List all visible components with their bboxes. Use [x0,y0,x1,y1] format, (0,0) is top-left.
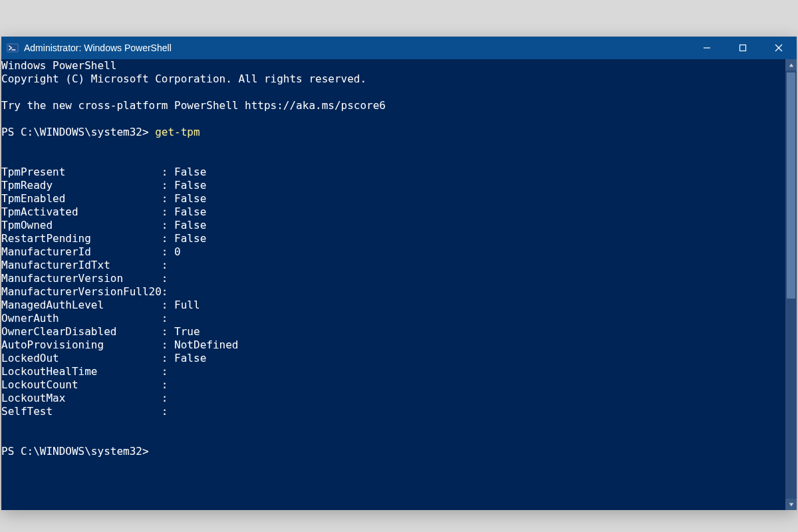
output-key: LockedOut [1,352,162,365]
output-key: ManufacturerVersion [1,272,162,285]
terminal-output-row: TpmPresent : False [1,166,781,179]
output-key: RestartPending [1,232,162,245]
terminal-output-row: ManufacturerVersionFull20: [1,285,781,299]
output-sep: : [162,405,174,418]
terminal-output-row: OwnerClearDisabled : True [1,325,781,338]
svg-rect-0 [7,44,19,52]
output-sep: : [162,285,174,298]
output-key: TpmPresent [1,166,162,179]
terminal-output-row: ManufacturerIdTxt : [1,259,781,272]
terminal-output-row: TpmEnabled : False [1,192,781,205]
terminal-output-row: LockoutHealTime : [1,365,781,378]
output-key: SelfTest [1,405,162,418]
output-sep: : [162,232,174,245]
output-key: ManagedAuthLevel [1,299,162,312]
output-sep: : [162,365,174,378]
terminal-line [1,152,781,166]
terminal-output-row: AutoProvisioning : NotDefined [1,338,781,352]
output-key: TpmReady [1,179,162,192]
terminal-output-row: TpmActivated : False [1,205,781,219]
terminal-area: Windows PowerShellCopyright (C) Microsof… [1,59,797,510]
output-key: OwnerClearDisabled [1,325,162,338]
terminal-output-row: SelfTest : [1,405,781,418]
svg-marker-7 [789,503,793,506]
powershell-window: Administrator: Windows PowerShell Window… [1,37,797,510]
output-value: False [174,205,206,218]
output-value: False [174,179,206,192]
output-key: TpmActivated [1,205,162,219]
terminal-prompt-line: PS C:\WINDOWS\system32> [1,445,781,458]
terminal-line [1,432,781,445]
output-sep: : [162,378,174,391]
output-sep: : [162,179,174,192]
terminal-header-line [1,86,781,99]
output-value: False [174,232,206,245]
output-value: False [174,192,206,205]
output-key: AutoProvisioning [1,338,162,352]
output-sep: : [162,245,174,258]
output-value: False [174,219,206,231]
output-value: 0 [174,245,181,258]
output-value: True [174,325,200,338]
scroll-up-button[interactable] [785,59,797,70]
output-sep: : [162,392,174,404]
output-value: False [174,352,206,364]
output-sep: : [162,272,174,285]
terminal-line [1,418,781,432]
maximize-button[interactable] [725,37,761,59]
scroll-thumb[interactable] [787,72,795,299]
terminal-header-line: Copyright (C) Microsoft Corporation. All… [1,72,781,86]
output-key: TpmOwned [1,219,162,232]
output-sep: : [162,219,174,231]
terminal-output-row: LockoutCount : [1,378,781,392]
output-key: LockoutMax [1,392,162,405]
scrollbar[interactable] [785,59,797,510]
titlebar[interactable]: Administrator: Windows PowerShell [1,37,797,59]
output-sep: : [162,312,174,325]
terminal-header-line [1,112,781,126]
prompt-prefix: PS C:\WINDOWS\system32> [1,445,155,458]
output-value: NotDefined [174,338,238,351]
terminal-output-row: OwnerAuth : [1,312,781,325]
powershell-icon [7,42,19,54]
window-title: Administrator: Windows PowerShell [24,43,172,53]
close-button[interactable] [761,37,797,59]
output-key: OwnerAuth [1,312,162,325]
terminal-header-line: Try the new cross-platform PowerShell ht… [1,99,781,112]
minimize-button[interactable] [689,37,725,59]
terminal-output-row: ManufacturerId : 0 [1,245,781,259]
output-key: ManufacturerId [1,245,162,259]
terminal-output-row: ManagedAuthLevel : Full [1,299,781,312]
output-sep: : [162,325,174,338]
prompt-command: get-tpm [155,126,200,138]
terminal-output-row: ManufacturerVersion : [1,272,781,285]
scroll-down-button[interactable] [785,499,797,510]
terminal-output-row: LockedOut : False [1,352,781,365]
output-sep: : [162,192,174,205]
output-sep: : [162,338,174,351]
terminal-line [1,139,781,152]
output-sep: : [162,166,174,178]
output-sep: : [162,259,174,271]
output-key: ManufacturerVersionFull20 [1,285,162,299]
prompt-prefix: PS C:\WINDOWS\system32> [1,126,155,138]
output-sep: : [162,299,174,311]
output-key: LockoutCount [1,378,162,392]
terminal[interactable]: Windows PowerShellCopyright (C) Microsof… [1,59,785,510]
terminal-header-line: Windows PowerShell [1,59,781,72]
terminal-output-row: TpmReady : False [1,179,781,192]
svg-marker-6 [789,63,793,66]
output-key: ManufacturerIdTxt [1,259,162,272]
output-sep: : [162,352,174,364]
window-buttons [689,37,797,59]
terminal-output-row: TpmOwned : False [1,219,781,232]
output-key: LockoutHealTime [1,365,162,378]
output-value: False [174,166,206,178]
output-sep: : [162,205,174,218]
svg-rect-3 [740,45,746,51]
output-key: TpmEnabled [1,192,162,205]
output-value: Full [174,299,200,311]
terminal-prompt-line: PS C:\WINDOWS\system32> get-tpm [1,126,781,139]
terminal-output-row: LockoutMax : [1,392,781,405]
terminal-output-row: RestartPending : False [1,232,781,245]
